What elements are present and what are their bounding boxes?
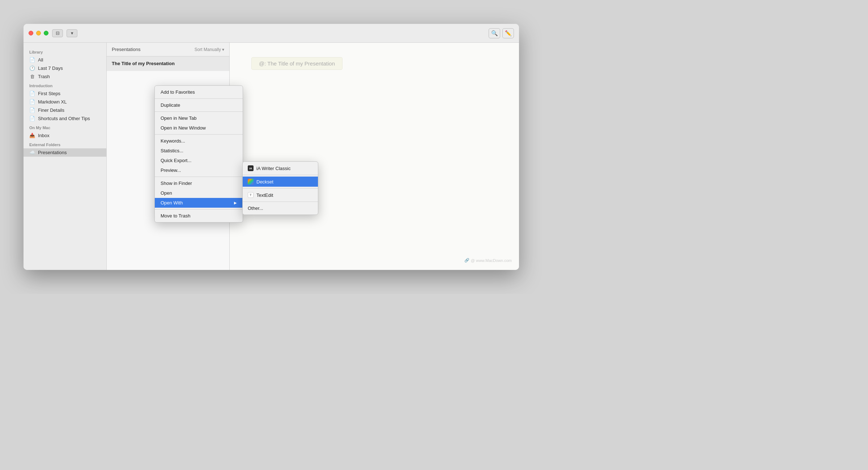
ctx-open-with[interactable]: Open With ▶ — [155, 198, 243, 208]
chevron-down-icon: ▾ — [71, 30, 73, 36]
sidebar-item-finer-details-label: Finer Details — [38, 107, 64, 113]
sidebar-item-last7days[interactable]: 🕐 Last 7 Days — [24, 64, 106, 72]
maximize-button[interactable] — [44, 31, 48, 35]
on-my-mac-section-label: On My Mac — [24, 123, 106, 131]
sort-button[interactable]: Sort Manually ▾ — [195, 47, 224, 52]
sort-chevron-icon: ▾ — [222, 47, 224, 52]
sidebar-item-shortcuts[interactable]: 📄 Shortcuts and Other Tips — [24, 114, 106, 123]
external-folders-section-label: External Folders — [24, 140, 106, 148]
ia-writer-label: iA Writer Classic — [256, 166, 290, 171]
app-window: ⊟ ▾ 🔍 ✏️ Library 📄 All 🕐 Last 7 Days — [24, 24, 519, 270]
close-button[interactable] — [29, 31, 33, 35]
ctx-separator-3 — [155, 134, 243, 135]
trash-icon: 🗑 — [29, 74, 35, 79]
ia-writer-icon: iA — [248, 165, 254, 171]
textedit-icon: T — [248, 192, 254, 198]
doc-icon-4: 📄 — [29, 116, 35, 121]
ctx-add-favorites[interactable]: Add to Favorites — [155, 87, 243, 97]
titlebar: ⊟ ▾ 🔍 ✏️ — [24, 24, 519, 43]
ctx-preview[interactable]: Preview... — [155, 165, 243, 175]
sidebar-toggle-button[interactable]: ⊟ — [52, 29, 63, 37]
other-label: Other... — [248, 206, 263, 211]
ctx-separator-1 — [155, 98, 243, 99]
context-menu: Add to Favorites Duplicate Open in New T… — [154, 85, 243, 223]
traffic-lights — [29, 31, 48, 35]
submenu-deckset[interactable]: Deckset — [243, 177, 318, 187]
sidebar-item-last7days-label: Last 7 Days — [38, 65, 63, 71]
ctx-separator-5 — [155, 209, 243, 209]
sidebar: Library 📄 All 🕐 Last 7 Days 🗑 Trash Intr… — [24, 43, 107, 270]
ctx-open-new-tab[interactable]: Open in New Tab — [155, 113, 243, 123]
sidebar-item-finer-details[interactable]: 📄 Finer Details — [24, 106, 106, 114]
submenu-arrow-icon: ▶ — [234, 201, 237, 205]
ctx-open-with-label: Open With — [161, 200, 183, 206]
sidebar-item-inbox[interactable]: 📥 Inbox — [24, 131, 106, 140]
editor-panel: @: The Title of my Presentation 🔗 @ www.… — [230, 43, 519, 270]
introduction-section-label: Introduction — [24, 81, 106, 89]
submenu-textedit[interactable]: T TextEdit — [243, 190, 318, 200]
ctx-open[interactable]: Open — [155, 188, 243, 198]
sidebar-item-first-steps[interactable]: 📄 First Steps — [24, 89, 106, 98]
ctx-separator-4 — [155, 177, 243, 177]
toolbar-icons: 🔍 ✏️ — [489, 28, 514, 38]
doc-icon-1: 📄 — [29, 91, 35, 96]
sidebar-item-all-label: All — [38, 57, 43, 63]
sidebar-dropdown-button[interactable]: ▾ — [67, 29, 77, 37]
compose-icon: ✏️ — [505, 30, 512, 37]
sort-label: Sort Manually — [195, 47, 221, 52]
minimize-button[interactable] — [36, 31, 41, 35]
ctx-statistics[interactable]: Statistics... — [155, 146, 243, 156]
file-panel-header: Presentations Sort Manually ▾ — [107, 43, 229, 56]
sidebar-item-markdown-xl-label: Markdown XL — [38, 99, 67, 105]
deckset-icon — [248, 179, 254, 185]
inbox-icon: 📥 — [29, 133, 35, 138]
ctx-keywords[interactable]: Keywords... — [155, 136, 243, 146]
file-item-title: The Title of my Presentation — [112, 61, 224, 66]
submenu-other[interactable]: Other... — [243, 203, 318, 213]
watermark: 🔗 @ www.MacDown.com — [464, 258, 512, 263]
sidebar-item-markdown-xl[interactable]: 📄 Markdown XL — [24, 98, 106, 106]
sidebar-item-shortcuts-label: Shortcuts and Other Tips — [38, 116, 90, 121]
ctx-duplicate[interactable]: Duplicate — [155, 100, 243, 110]
sidebar-item-trash-label: Trash — [38, 74, 50, 79]
ctx-quick-export[interactable]: Quick Export... — [155, 156, 243, 165]
sidebar-item-presentations[interactable]: ☁️ Presentations — [24, 148, 106, 157]
sidebar-icon: ⊟ — [56, 30, 60, 36]
compose-button[interactable]: ✏️ — [502, 28, 514, 38]
sidebar-item-all[interactable]: 📄 All — [24, 56, 106, 64]
clock-icon: 🕐 — [29, 65, 35, 71]
ctx-show-in-finder[interactable]: Show in Finder — [155, 178, 243, 188]
file-item-presentation[interactable]: The Title of my Presentation — [107, 56, 229, 71]
cloud-icon: ☁️ — [29, 150, 35, 155]
textedit-label: TextEdit — [256, 192, 273, 198]
sidebar-item-trash[interactable]: 🗑 Trash — [24, 72, 106, 81]
submenu-separator-1 — [243, 175, 318, 175]
ctx-separator-2 — [155, 111, 243, 112]
sidebar-item-first-steps-label: First Steps — [38, 91, 60, 96]
main-content: Library 📄 All 🕐 Last 7 Days 🗑 Trash Intr… — [24, 43, 519, 270]
sidebar-item-presentations-label: Presentations — [38, 150, 67, 155]
submenu-ia-writer[interactable]: iA iA Writer Classic — [243, 163, 318, 173]
submenu-open-with: iA iA Writer Classic Deckset T TextEdit … — [242, 161, 318, 215]
file-panel-title: Presentations — [112, 47, 141, 52]
editor-title-hint: @: The Title of my Presentation — [251, 57, 342, 70]
doc-icon-3: 📄 — [29, 107, 35, 113]
library-section-label: Library — [24, 47, 106, 56]
submenu-separator-3 — [243, 202, 318, 202]
submenu-separator-2 — [243, 188, 318, 189]
ctx-open-new-window[interactable]: Open in New Window — [155, 123, 243, 133]
search-icon: 🔍 — [491, 30, 498, 37]
doc-icon-2: 📄 — [29, 99, 35, 105]
search-button[interactable]: 🔍 — [489, 28, 500, 38]
document-icon: 📄 — [29, 57, 35, 63]
ctx-move-to-trash[interactable]: Move to Trash — [155, 211, 243, 221]
deckset-label: Deckset — [256, 179, 273, 185]
watermark-icon: 🔗 — [464, 258, 469, 263]
watermark-text: @ www.MacDown.com — [471, 258, 512, 263]
sidebar-item-inbox-label: Inbox — [38, 133, 50, 138]
